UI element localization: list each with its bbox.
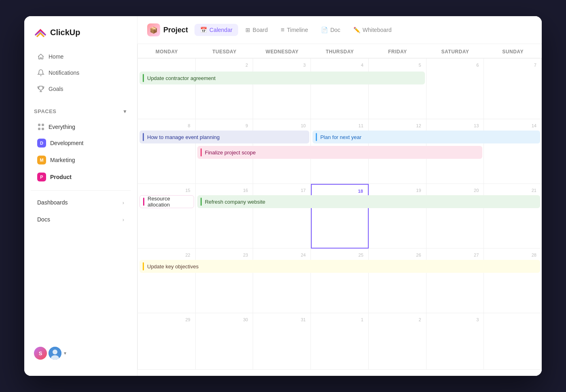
sidebar-item-product[interactable]: P Product <box>27 169 134 185</box>
day-header-fri: Friday <box>369 44 427 58</box>
spaces-label: Spaces <box>34 108 57 114</box>
event-label: Plan for next year <box>320 134 361 140</box>
product-label: Product <box>50 174 72 180</box>
event-label: Update contractor agreement <box>147 75 215 81</box>
docs-label: Docs <box>37 216 50 223</box>
notifications-label: Notifications <box>49 70 79 76</box>
product-badge: P <box>37 173 46 181</box>
dashboards-label: Dashboards <box>37 199 68 206</box>
user-area: S ▾ <box>24 340 137 366</box>
trophy-icon <box>37 85 44 93</box>
event-label: Update key objectives <box>147 263 199 270</box>
whiteboard-tab-label: Whiteboard <box>363 27 392 33</box>
chevron-down-icon[interactable]: ▼ <box>122 109 127 114</box>
tab-timeline[interactable]: ≡ Timeline <box>275 23 314 36</box>
date-num: 7 <box>486 60 540 67</box>
timeline-tab-icon: ≡ <box>281 26 284 34</box>
clickup-logo-icon <box>34 26 47 39</box>
grid-icon <box>37 123 44 131</box>
week-3: 15 16 17 18 19 20 21 <box>137 184 542 249</box>
calendar-area: Monday Tuesday Wednesday Thursday Friday… <box>137 44 542 376</box>
calendar-tab-label: Calendar <box>209 27 232 33</box>
sidebar-item-goals[interactable]: Goals <box>27 81 134 97</box>
date-num: 4 <box>313 60 367 67</box>
cal-day-mon-1[interactable] <box>138 59 196 119</box>
cal-day-wed-1[interactable]: 3 <box>253 59 311 119</box>
doc-tab-label: Doc <box>330 27 340 33</box>
day-header-sat: Saturday <box>427 44 484 58</box>
week-1: 2 3 4 5 6 7 <box>137 59 542 119</box>
date-num: 2 <box>197 60 251 67</box>
board-tab-label: Board <box>253 27 268 33</box>
spaces-header: Spaces ▼ <box>24 105 137 118</box>
sidebar: ClickUp Home Notifications Goals Spaces … <box>24 16 137 376</box>
home-icon <box>37 53 44 60</box>
event-update-objectives[interactable]: Update key objectives <box>138 260 542 273</box>
whiteboard-tab-icon: ✏️ <box>353 27 360 33</box>
date-num: 3 <box>255 60 309 67</box>
tab-whiteboard[interactable]: ✏️ Whiteboard <box>348 24 397 36</box>
week-4: 22 23 24 25 26 27 28 <box>137 249 542 313</box>
project-title: Project <box>163 26 188 34</box>
tab-calendar[interactable]: 📅 Calendar <box>194 24 238 36</box>
event-resource-allocation[interactable]: Resource allocation <box>138 195 196 208</box>
date-num: 6 <box>428 60 482 67</box>
day-header-mon: Monday <box>138 44 196 58</box>
marketing-label: Marketing <box>50 157 75 163</box>
goals-label: Goals <box>49 86 63 92</box>
user-dropdown-icon[interactable]: ▾ <box>64 350 66 356</box>
event-label: Finalize project scope <box>205 150 256 156</box>
app-name: ClickUp <box>50 28 80 37</box>
avatar-j[interactable] <box>49 347 61 360</box>
date-num: 5 <box>370 60 424 67</box>
top-bar: 📦 Project 📅 Calendar ⊞ Board ≡ Timeline … <box>137 16 542 44</box>
cal-day-sat-1[interactable]: 6 <box>427 59 484 119</box>
day-header-thu: Thursday <box>311 44 369 58</box>
project-icon: 📦 <box>147 23 160 36</box>
doc-tab-icon: 📄 <box>321 27 328 33</box>
event-label: How to manage event planning <box>147 134 220 140</box>
sidebar-item-development[interactable]: D Development <box>27 135 134 151</box>
sidebar-item-marketing[interactable]: M Marketing <box>27 152 134 168</box>
sidebar-item-docs[interactable]: Docs › <box>27 211 134 228</box>
avatar-s[interactable]: S <box>34 347 47 360</box>
marketing-badge: M <box>37 156 46 164</box>
day-header-sun: Sunday <box>484 44 542 58</box>
sidebar-item-everything[interactable]: Everything <box>27 120 134 134</box>
development-label: Development <box>50 140 84 146</box>
chevron-right-icon-2: › <box>122 217 124 223</box>
event-finalize-scope[interactable]: Finalize project scope <box>196 146 484 159</box>
chevron-right-icon: › <box>122 200 124 206</box>
development-badge: D <box>37 139 46 148</box>
event-refresh-website[interactable]: Refresh company website <box>196 195 542 208</box>
event-manage-event[interactable]: How to manage event planning <box>138 131 311 143</box>
event-update-contractor[interactable]: Update contractor agreement <box>138 72 427 84</box>
week-2: 8 9 10 11 12 13 14 <box>137 119 542 184</box>
app-window: ClickUp Home Notifications Goals Spaces … <box>24 16 542 376</box>
sidebar-item-dashboards[interactable]: Dashboards › <box>27 194 134 211</box>
event-label: Resource allocation <box>148 196 190 208</box>
day-header-tue: Tuesday <box>196 44 253 58</box>
tab-board[interactable]: ⊞ Board <box>240 24 273 36</box>
board-tab-icon: ⊞ <box>245 27 250 33</box>
cal-day-sun-1[interactable]: 7 <box>484 59 542 119</box>
sidebar-item-home[interactable]: Home <box>27 49 134 64</box>
cal-day-tue-1[interactable]: 2 <box>196 59 253 119</box>
cal-day-thu-1[interactable]: 4 <box>311 59 369 119</box>
event-plan-next-year[interactable]: Plan for next year <box>311 131 542 143</box>
event-label: Refresh company website <box>205 199 266 205</box>
svg-point-1 <box>53 350 57 354</box>
project-title-area: 📦 Project <box>147 23 188 36</box>
tab-doc[interactable]: 📄 Doc <box>315 24 346 36</box>
calendar-tab-icon: 📅 <box>200 27 207 33</box>
sidebar-item-notifications[interactable]: Notifications <box>27 65 134 80</box>
cal-day-fri-1[interactable]: 5 <box>369 59 427 119</box>
timeline-tab-label: Timeline <box>287 27 308 33</box>
logo-area: ClickUp <box>24 26 137 48</box>
bell-icon <box>37 69 44 76</box>
week-5: 29 30 31 1 2 3 <box>137 313 542 370</box>
day-header-wed: Wednesday <box>253 44 311 58</box>
main-content: 📦 Project 📅 Calendar ⊞ Board ≡ Timeline … <box>137 16 542 376</box>
everything-label: Everything <box>49 124 75 130</box>
home-label: Home <box>49 53 63 60</box>
